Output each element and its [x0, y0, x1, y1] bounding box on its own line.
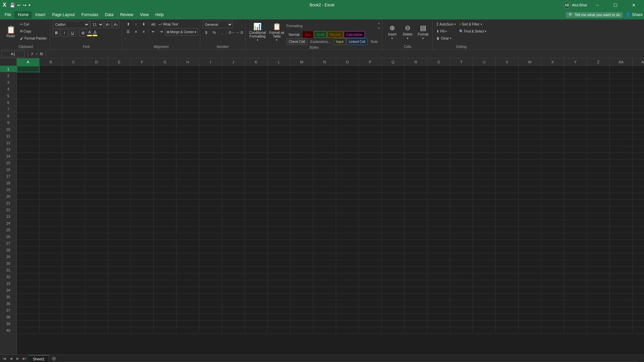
cell-E18[interactable]: [108, 180, 131, 186]
cell-O26[interactable]: [336, 233, 359, 240]
cell-D19[interactable]: [85, 186, 108, 193]
cell-G2[interactable]: [154, 72, 176, 79]
cell-E11[interactable]: [108, 133, 131, 139]
number-format-select[interactable]: General Number Currency Accounting Date …: [203, 21, 233, 28]
cell-N15[interactable]: [313, 160, 336, 166]
cell-AA4[interactable]: [610, 86, 633, 93]
cell-V34[interactable]: [496, 287, 519, 294]
cell-J3[interactable]: [222, 79, 245, 86]
cell-R30[interactable]: [405, 260, 427, 267]
cell-H30[interactable]: [176, 260, 199, 267]
cell-E19[interactable]: [108, 186, 131, 193]
cell-L37[interactable]: [268, 307, 290, 314]
cell-U17[interactable]: [473, 173, 496, 180]
cell-K20[interactable]: [245, 193, 268, 200]
cell-P22[interactable]: [359, 206, 382, 213]
cell-Y18[interactable]: [564, 180, 587, 186]
cell-AA7[interactable]: [610, 106, 633, 113]
cell-B34[interactable]: [40, 287, 62, 294]
cell-U28[interactable]: [473, 247, 496, 253]
cell-B28[interactable]: [40, 247, 62, 253]
row-header-26[interactable]: 26: [0, 233, 16, 240]
cell-Q19[interactable]: [382, 186, 405, 193]
cell-A39[interactable]: [17, 320, 40, 327]
cell-L8[interactable]: [268, 113, 290, 119]
cell-A28[interactable]: [17, 247, 40, 253]
cell-Z34[interactable]: [587, 287, 610, 294]
cell-I18[interactable]: [199, 180, 222, 186]
cell-M34[interactable]: [290, 287, 313, 294]
cell-A14[interactable]: [17, 153, 40, 160]
row-header-38[interactable]: 38: [0, 314, 16, 320]
cell-K31[interactable]: [245, 267, 268, 274]
cell-Z24[interactable]: [587, 220, 610, 227]
cell-A29[interactable]: [17, 253, 40, 260]
cell-L40[interactable]: [268, 327, 290, 334]
cell-J32[interactable]: [222, 274, 245, 280]
font-size-select[interactable]: 11 8910 12141618: [90, 21, 104, 28]
cell-B25[interactable]: [40, 227, 62, 233]
cell-H24[interactable]: [176, 220, 199, 227]
cell-V28[interactable]: [496, 247, 519, 253]
cell-O3[interactable]: [336, 79, 359, 86]
cell-X10[interactable]: [541, 126, 564, 133]
border-button[interactable]: ⊞: [79, 29, 87, 37]
cell-Z40[interactable]: [587, 327, 610, 334]
cell-E5[interactable]: [108, 93, 131, 99]
cell-AA26[interactable]: [610, 233, 633, 240]
cell-N29[interactable]: [313, 253, 336, 260]
cell-I24[interactable]: [199, 220, 222, 227]
cell-Y36[interactable]: [564, 300, 587, 307]
cell-H13[interactable]: [176, 146, 199, 153]
cell-O10[interactable]: [336, 126, 359, 133]
cell-U14[interactable]: [473, 153, 496, 160]
cell-E31[interactable]: [108, 267, 131, 274]
cell-N6[interactable]: [313, 99, 336, 106]
cell-P20[interactable]: [359, 193, 382, 200]
cell-K12[interactable]: [245, 139, 268, 146]
align-top-button[interactable]: ⬆: [124, 21, 132, 27]
cell-I10[interactable]: [199, 126, 222, 133]
cell-P25[interactable]: [359, 227, 382, 233]
cell-A16[interactable]: [17, 166, 40, 173]
cell-R16[interactable]: [405, 166, 427, 173]
cell-G22[interactable]: [154, 206, 176, 213]
cell-I25[interactable]: [199, 227, 222, 233]
cell-E33[interactable]: [108, 280, 131, 287]
cell-G31[interactable]: [154, 267, 176, 274]
copy-button[interactable]: ⧉ Copy: [19, 28, 48, 35]
cell-D22[interactable]: [85, 206, 108, 213]
cell-G24[interactable]: [154, 220, 176, 227]
cell-M19[interactable]: [290, 186, 313, 193]
cell-H36[interactable]: [176, 300, 199, 307]
cell-Q16[interactable]: [382, 166, 405, 173]
cell-Z30[interactable]: [587, 260, 610, 267]
cell-M28[interactable]: [290, 247, 313, 253]
cell-J27[interactable]: [222, 240, 245, 247]
cell-F15[interactable]: [131, 160, 154, 166]
cell-V3[interactable]: [496, 79, 519, 86]
cell-H7[interactable]: [176, 106, 199, 113]
cell-Q4[interactable]: [382, 86, 405, 93]
row-header-11[interactable]: 11: [0, 133, 16, 139]
cell-U16[interactable]: [473, 166, 496, 173]
cell-N31[interactable]: [313, 267, 336, 274]
cell-V6[interactable]: [496, 99, 519, 106]
cell-E12[interactable]: [108, 139, 131, 146]
quick-access-undo[interactable]: ↩: [17, 3, 21, 8]
cell-G37[interactable]: [154, 307, 176, 314]
row-header-4[interactable]: 4: [0, 86, 16, 93]
cell-O40[interactable]: [336, 327, 359, 334]
cell-AA31[interactable]: [610, 267, 633, 274]
cell-Q36[interactable]: [382, 300, 405, 307]
cell-F22[interactable]: [131, 206, 154, 213]
cell-U7[interactable]: [473, 106, 496, 113]
cell-X30[interactable]: [541, 260, 564, 267]
cell-AA28[interactable]: [610, 247, 633, 253]
cell-S8[interactable]: [427, 113, 450, 119]
cell-P14[interactable]: [359, 153, 382, 160]
cell-O36[interactable]: [336, 300, 359, 307]
cell-X28[interactable]: [541, 247, 564, 253]
cell-AB12[interactable]: [633, 139, 644, 146]
cell-M11[interactable]: [290, 133, 313, 139]
